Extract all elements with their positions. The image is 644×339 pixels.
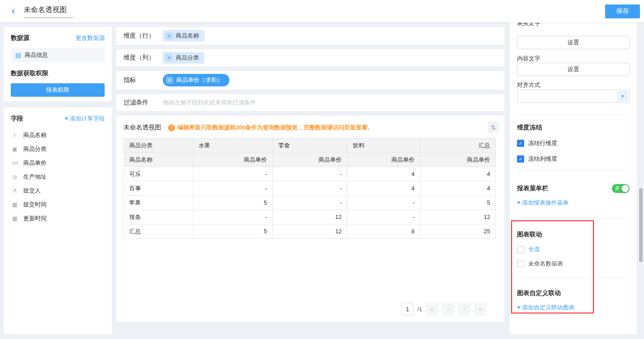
cell: 5: [420, 196, 496, 210]
add-custom-linkage-link[interactable]: +添加自定义联动图表: [517, 304, 630, 312]
cell: -: [193, 181, 273, 196]
freeze-row-checkbox[interactable]: ✓: [517, 140, 524, 147]
cell: 汇总: [124, 224, 193, 239]
header-text-settings-button[interactable]: 设置: [517, 36, 630, 49]
row-dimension-zone: 维度（行） ▼ 商品名称: [116, 27, 504, 45]
cell: -: [193, 167, 273, 181]
row-dimension-pill[interactable]: ▼ 商品名称: [163, 30, 204, 42]
header-text-label: 表头文字: [517, 22, 630, 27]
freeze-row-option: ✓ 冻结行维度: [517, 139, 630, 148]
toggle-knob: [622, 185, 629, 192]
header-cell: 商品单价: [273, 153, 347, 167]
prev-page-button[interactable]: ‹: [442, 303, 454, 315]
table-row: 辣条 - 12 - 12: [124, 210, 496, 224]
plus-icon: +: [517, 199, 521, 206]
field-label: 提交人: [23, 187, 41, 195]
metric-zone: 指标 ▼ 商品单价（求和）: [116, 71, 504, 90]
cell: 百事: [124, 181, 193, 196]
back-icon[interactable]: ‹: [12, 6, 15, 16]
header-cell: 水果: [193, 138, 273, 153]
document-icon: ▤: [15, 51, 21, 59]
cell: 12: [273, 224, 347, 239]
cell: -: [273, 181, 347, 196]
chevron-down-icon: ▼: [617, 91, 628, 102]
save-button[interactable]: 保存: [605, 4, 640, 18]
field-item-category[interactable]: ▣ 商品分类: [11, 142, 105, 156]
chevron-down-icon: ▼: [166, 77, 173, 84]
filter-label: 过滤条件: [123, 99, 163, 107]
select-all-checkbox[interactable]: [517, 246, 524, 253]
field-item-update-time[interactable]: ▦ 更新时间: [11, 211, 105, 225]
dataset-label: 未命名数据表: [528, 260, 563, 268]
header-cell: 商品分类: [124, 138, 193, 153]
cell: 12: [420, 210, 496, 224]
metric-pill[interactable]: ▼ 商品单价（求和）: [163, 74, 229, 86]
change-datasource-link[interactable]: 更改数据源: [76, 34, 105, 42]
chart-linkage-title: 图表联动: [517, 231, 630, 239]
plus-icon: +: [65, 115, 68, 122]
menubar-toggle[interactable]: 开: [612, 184, 630, 193]
align-select[interactable]: ▼: [517, 90, 630, 103]
datasource-item[interactable]: ▤ 商品信息: [11, 48, 105, 62]
page-input[interactable]: 1: [401, 303, 414, 315]
warning-text: 编辑界面只取数据源前200条作为查询数据预览，完整数据请访问页面查看。: [178, 124, 373, 132]
metric-value: 商品单价（求和）: [176, 76, 223, 84]
sort-button[interactable]: ⇅: [487, 121, 499, 133]
field-label: 商品名称: [23, 131, 47, 139]
next-page-button[interactable]: ›: [458, 303, 470, 315]
freeze-section-title: 维度冻结: [517, 124, 630, 132]
last-page-button[interactable]: »: [474, 303, 487, 315]
cell: 辣条: [124, 210, 193, 224]
field-label: 生产地址: [23, 173, 47, 181]
field-item-submit-time[interactable]: ▦ 提交时间: [11, 197, 105, 211]
field-item-submitter[interactable]: Λ 提交人: [11, 184, 105, 197]
add-calc-field-link[interactable]: +添加计算字段: [65, 115, 105, 123]
filter-dropzone[interactable]: 过滤条件 拖动左侧字段到此处来添加过滤条件: [116, 94, 504, 111]
first-page-button[interactable]: «: [426, 303, 438, 315]
cell: -: [273, 167, 347, 181]
cell: -: [193, 210, 273, 224]
preview-panel: 未命名透视图 ! 编辑界面只取数据源前200条作为查询数据预览，完整数据请访问页…: [116, 116, 504, 322]
cell: 可乐: [124, 167, 193, 181]
filter-placeholder: 拖动左侧字段到此处来添加过滤条件: [163, 99, 256, 107]
table-row: 百事 - - 4 4: [124, 181, 496, 196]
table-total-row: 汇总 5 12 8 25: [124, 224, 496, 239]
row-dimension-label: 维度（行）: [123, 32, 163, 40]
plus-icon: +: [517, 304, 521, 311]
add-report-menu-link[interactable]: +添加报表操作菜单: [517, 199, 630, 207]
header-cell: 饮料: [347, 138, 420, 153]
data-permission-label: 数据获取权限: [11, 69, 105, 77]
freeze-row-label: 冻结行维度: [528, 139, 557, 147]
add-report-menu-label: 添加报表操作菜单: [522, 199, 568, 206]
table-header-row: 商品分类 水果 零食 饮料 汇总: [124, 138, 496, 153]
field-label: 商品分类: [23, 145, 47, 153]
scrollbar-thumb[interactable]: [639, 188, 643, 262]
person-icon: Λ: [11, 188, 19, 194]
freeze-col-checkbox[interactable]: ✓: [517, 155, 524, 163]
dataset-checkbox[interactable]: [517, 260, 524, 267]
freeze-col-label: 冻结列维度: [528, 155, 557, 163]
preview-title: 未命名透视图: [123, 124, 161, 132]
report-permission-button[interactable]: 报表权限: [11, 83, 105, 97]
content-text-settings-button[interactable]: 设置: [517, 63, 630, 76]
col-dimension-pill[interactable]: ▼ 商品分类: [163, 52, 204, 64]
field-item-address[interactable]: ◎ 生产地址: [11, 170, 105, 184]
cell: -: [347, 210, 420, 224]
page-title[interactable]: 未命名透视图: [24, 4, 73, 18]
fields-label: 字段: [11, 115, 23, 123]
custom-linkage-title: 图表自定义联动: [517, 289, 630, 297]
freeze-col-option: ✓ 冻结列维度: [517, 154, 630, 163]
metric-label: 指标: [123, 76, 163, 84]
field-item-price[interactable]: 123 商品单价: [11, 156, 105, 170]
field-item-name[interactable]: I 商品名称: [11, 128, 105, 142]
pivot-editor-app: ‹ 未命名透视图 保存 数据源 更改数据源 ▤ 商品信息 数据获取权限 报表权限…: [0, 0, 644, 339]
chevron-down-icon: ▼: [165, 54, 173, 61]
toggle-on-label: 开: [615, 185, 620, 192]
table-row: 可乐 - - 4 4: [124, 167, 496, 181]
menubar-section: 报表菜单栏 开: [517, 184, 630, 193]
cell: 4: [347, 167, 420, 181]
cell: 4: [347, 181, 420, 196]
pagination: 1 /1 « ‹ › »: [401, 303, 487, 315]
datasource-name: 商品信息: [25, 51, 48, 59]
header-cell: 商品单价: [420, 153, 496, 167]
